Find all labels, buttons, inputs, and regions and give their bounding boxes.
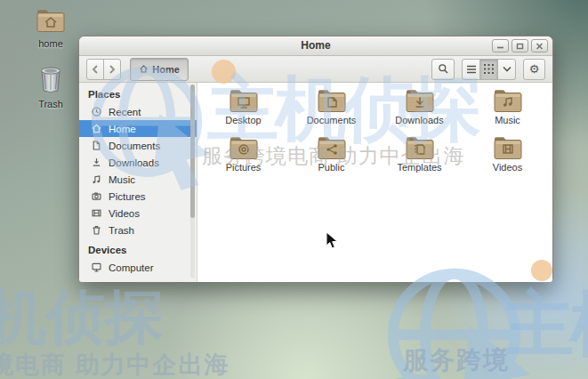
folder-videos[interactable]: Videos (463, 133, 552, 180)
grid-view-icon (484, 64, 494, 74)
list-view-icon (466, 65, 477, 74)
folder-public[interactable]: Public (287, 133, 375, 180)
maximize-button[interactable] (511, 39, 528, 52)
places-header: Places (79, 83, 197, 103)
folder-icon (491, 87, 525, 114)
sidebar-item-label: Music (109, 174, 135, 185)
view-toggle-group (462, 59, 516, 80)
sidebar-item-label: Pictures (109, 191, 146, 202)
sidebar-item-label: Downloads (109, 157, 159, 168)
sidebar-item-music[interactable]: Music (79, 171, 197, 188)
forward-icon (108, 64, 117, 75)
chevron-down-icon (503, 66, 511, 72)
home-icon (91, 123, 102, 134)
sidebar-item-documents[interactable]: Documents (79, 137, 197, 154)
download-icon (91, 157, 102, 168)
sidebar-item-downloads[interactable]: Downloads (79, 154, 197, 171)
folder-icon (315, 134, 349, 161)
path-button-home[interactable]: Home (130, 58, 189, 81)
folder-templates[interactable]: Templates (375, 133, 463, 180)
sidebar-item-label: Computer (109, 262, 154, 273)
folder-icon (403, 87, 437, 114)
trash-icon (91, 224, 102, 236)
list-view-button[interactable] (462, 59, 480, 80)
folder-label: Templates (397, 162, 441, 173)
recent-icon (91, 106, 102, 117)
sidebar: Places Recent Home Documents Downloads (79, 83, 197, 282)
close-icon (536, 43, 544, 50)
folder-label: Documents (307, 115, 357, 125)
trash-icon (37, 64, 64, 94)
window-controls (492, 39, 548, 52)
sidebar-item-label: Home (109, 124, 136, 134)
watermark-bottom-left: 机侦探 境电商 助力中企出海 (0, 278, 219, 379)
folder-label: Music (495, 115, 520, 125)
sidebar-item-label: Documents (109, 141, 160, 151)
view-options-dropdown[interactable] (497, 59, 516, 80)
camera-icon (91, 190, 102, 202)
watermark-tagline: 境电商 助力中企出海 (0, 349, 230, 379)
close-button[interactable] (531, 39, 548, 52)
forward-button[interactable] (103, 59, 121, 80)
back-icon (91, 64, 100, 75)
folder-grid: Desktop Documents (197, 83, 552, 282)
sidebar-scrollbar[interactable] (190, 85, 195, 278)
folder-label: Downloads (395, 115, 443, 125)
sidebar-item-trash[interactable]: Trash (79, 222, 197, 238)
search-button[interactable] (431, 59, 455, 80)
folder-music[interactable]: Music (463, 85, 552, 133)
toolbar: Home (79, 56, 552, 83)
watermark-brand-text: 主机 (503, 278, 588, 374)
window-body: Places Recent Home Documents Downloads (79, 83, 552, 282)
sidebar-item-label: Recent (109, 107, 141, 117)
watermark-brand-text: 机侦探 (0, 278, 164, 358)
settings-button[interactable]: ⚙ (523, 59, 545, 80)
sidebar-item-label: Videos (109, 208, 140, 219)
folder-documents[interactable]: Documents (287, 85, 375, 133)
folder-icon (403, 134, 437, 161)
folder-label: Videos (493, 162, 522, 173)
grid-view-button[interactable] (479, 59, 498, 80)
home-folder-icon (34, 7, 68, 34)
home-icon (139, 64, 149, 74)
titlebar[interactable]: Home (79, 36, 552, 56)
mouse-cursor (326, 231, 338, 250)
sidebar-item-videos[interactable]: Videos (79, 205, 197, 222)
folder-label: Public (318, 162, 345, 173)
path-button-label: Home (152, 64, 180, 75)
minimize-button[interactable] (492, 39, 509, 52)
minimize-icon (496, 43, 504, 49)
folder-icon (227, 87, 261, 114)
folder-desktop[interactable]: Desktop (199, 85, 287, 133)
folder-icon (227, 134, 261, 161)
gear-icon: ⚙ (529, 62, 540, 76)
search-icon (438, 63, 449, 75)
desktop-icon-trash[interactable]: Trash (19, 64, 83, 109)
music-icon (91, 173, 102, 185)
desktop-icon-home[interactable]: home (19, 7, 83, 49)
folder-pictures[interactable]: Pictures (199, 133, 287, 180)
folder-icon (491, 134, 525, 161)
devices-header: Devices (79, 238, 197, 259)
sidebar-item-computer[interactable]: Computer (79, 259, 197, 276)
window-title: Home (79, 36, 552, 55)
computer-icon (91, 262, 102, 273)
folder-downloads[interactable]: Downloads (375, 85, 463, 133)
folder-label: Pictures (226, 162, 262, 173)
scrollbar-thumb[interactable] (190, 85, 195, 218)
folder-label: Desktop (225, 115, 261, 125)
video-icon (91, 207, 102, 219)
document-icon (91, 140, 102, 151)
maximize-icon (516, 43, 524, 50)
desktop: home Trash Home (0, 0, 588, 379)
sidebar-item-recent[interactable]: Recent (79, 103, 197, 120)
file-manager-window: Home (78, 36, 553, 282)
back-button[interactable] (86, 59, 104, 80)
sidebar-item-home[interactable]: Home (79, 120, 197, 137)
sidebar-item-label: Trash (109, 225, 134, 236)
nav-group (86, 59, 121, 80)
desktop-icon-label: home (19, 38, 83, 49)
desktop-icon-label: Trash (19, 99, 83, 109)
folder-icon (315, 87, 349, 114)
sidebar-item-pictures[interactable]: Pictures (79, 188, 197, 205)
